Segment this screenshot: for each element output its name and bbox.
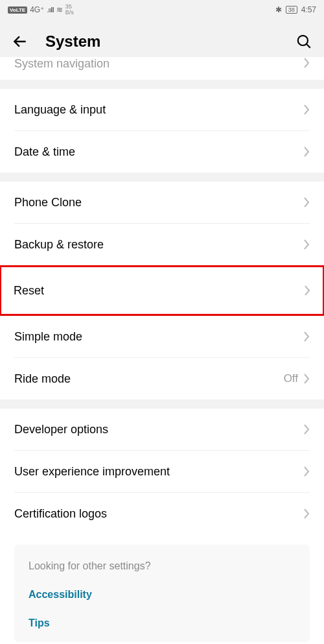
section-modes: Simple mode Ride mode Off [0, 316, 324, 400]
row-phone-clone[interactable]: Phone Clone [0, 182, 324, 223]
row-label: Phone Clone [14, 196, 303, 209]
chevron-right-icon [303, 466, 310, 477]
row-label: User experience improvement [14, 465, 303, 479]
chevron-right-icon [303, 57, 310, 69]
chevron-right-icon [303, 104, 310, 115]
row-certification-logos[interactable]: Certification logos [0, 493, 324, 534]
row-label: Ride mode [14, 372, 284, 386]
status-left: VoLTE 4G⁺ .ıılll ≋ 35B/s [8, 4, 74, 16]
signal-icon: .ıılll [47, 6, 54, 14]
section-language: Language & input Date & time [0, 89, 324, 173]
row-label: Reset [14, 284, 304, 298]
chevron-right-icon [304, 285, 310, 296]
status-bar: VoLTE 4G⁺ .ıılll ≋ 35B/s ✱ 38 4:57 [0, 0, 324, 19]
battery-icon: 38 [286, 6, 297, 14]
row-label: Language & input [14, 103, 303, 117]
row-label: Backup & restore [14, 238, 303, 252]
page-title: System [45, 32, 295, 51]
row-reset[interactable]: Reset [0, 265, 324, 316]
row-ride-mode[interactable]: Ride mode Off [0, 358, 324, 400]
row-label: Simple mode [14, 330, 303, 344]
chevron-right-icon [303, 331, 310, 342]
status-right: ✱ 38 4:57 [275, 5, 316, 14]
row-label: Developer options [14, 423, 303, 436]
svg-point-0 [298, 36, 308, 45]
row-developer-options[interactable]: Developer options [0, 409, 324, 450]
data-rate: 35B/s [65, 4, 74, 16]
chevron-right-icon [303, 508, 310, 519]
row-system-navigation[interactable]: System navigation [0, 57, 324, 80]
clock: 4:57 [301, 5, 316, 14]
chevron-right-icon [303, 423, 310, 435]
row-label: System navigation [14, 57, 303, 71]
content: System navigation Language & input Date … [0, 57, 324, 644]
bluetooth-icon: ✱ [275, 5, 282, 14]
link-tips[interactable]: Tips [29, 617, 295, 629]
footer-card: Looking for other settings? Accessibilit… [14, 545, 310, 642]
row-user-experience[interactable]: User experience improvement [0, 451, 324, 492]
chevron-right-icon [303, 197, 310, 208]
section-developer: Developer options User experience improv… [0, 409, 324, 644]
row-value: Off [284, 372, 298, 385]
row-backup-restore[interactable]: Backup & restore [0, 224, 324, 265]
search-icon[interactable] [295, 33, 312, 50]
row-simple-mode[interactable]: Simple mode [0, 316, 324, 357]
footer-heading: Looking for other settings? [29, 560, 295, 572]
row-label: Date & time [14, 145, 303, 159]
link-accessibility[interactable]: Accessibility [29, 589, 295, 601]
row-language-input[interactable]: Language & input [0, 89, 324, 130]
section-phone: Phone Clone Backup & restore Reset [0, 182, 324, 316]
chevron-right-icon [303, 239, 310, 250]
network-type: 4G⁺ [30, 5, 44, 14]
row-date-time[interactable]: Date & time [0, 131, 324, 173]
back-icon[interactable] [12, 33, 29, 50]
volte-badge: VoLTE [8, 6, 27, 14]
section-navigation: System navigation [0, 57, 324, 80]
chevron-right-icon [303, 373, 310, 385]
wifi-icon: ≋ [56, 5, 63, 14]
chevron-right-icon [303, 146, 310, 158]
row-label: Certification logos [14, 507, 303, 521]
